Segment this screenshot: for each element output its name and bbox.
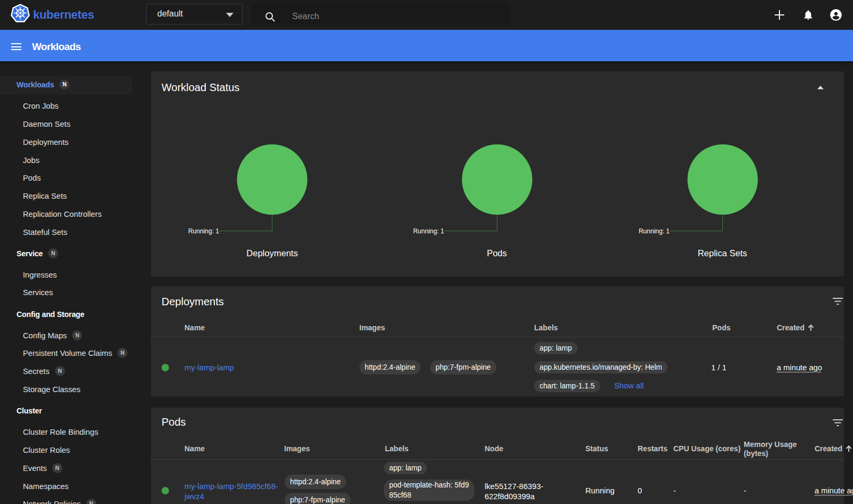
- svg-text:Running: 1: Running: 1: [638, 227, 669, 235]
- svg-text:Running: 1: Running: 1: [413, 227, 444, 235]
- svg-text:Running: 1: Running: 1: [188, 227, 219, 235]
